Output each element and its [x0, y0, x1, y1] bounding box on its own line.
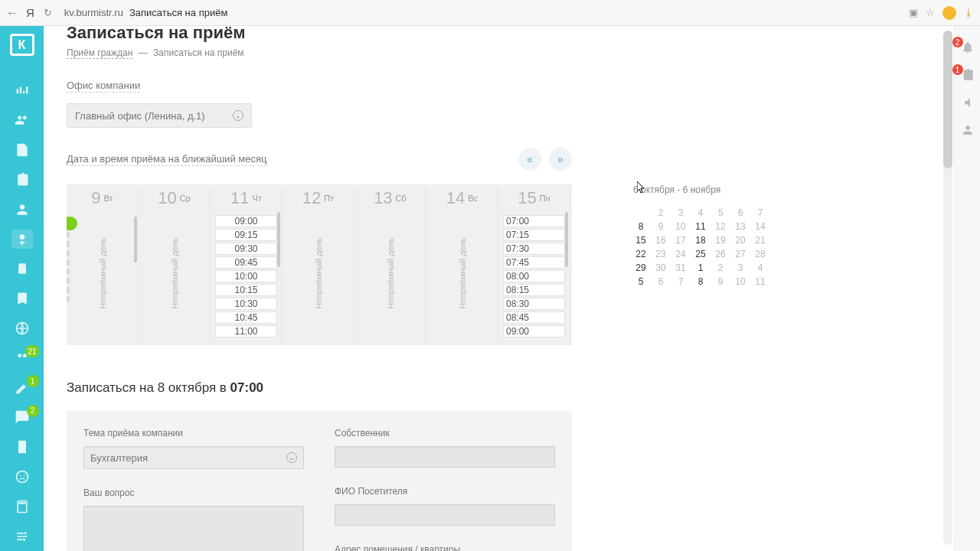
cal-day: 11: [753, 276, 768, 287]
audio-icon[interactable]: [960, 95, 975, 110]
topic-select[interactable]: Бухгалтерия ⌄: [83, 446, 304, 469]
star-icon[interactable]: ☆: [926, 7, 935, 18]
visitor-input[interactable]: [335, 504, 555, 526]
cal-day[interactable]: 15: [633, 235, 648, 246]
cal-day: 20: [733, 235, 748, 246]
day-column: 10СрНеприёмный день: [139, 184, 211, 345]
nav-globe[interactable]: [11, 319, 33, 338]
time-slot[interactable]: 10:45: [215, 311, 277, 324]
cal-range: 6 октября - 6 ноября: [633, 184, 786, 195]
time-slot[interactable]: 07:45: [503, 256, 565, 269]
svg-point-7: [22, 538, 24, 540]
ext-icon[interactable]: ▣: [909, 7, 918, 18]
cal-day[interactable]: 5: [633, 276, 648, 287]
nav-dashboard[interactable]: [11, 81, 33, 100]
download-icon[interactable]: ⭳: [964, 7, 974, 18]
time-slot[interactable]: 09:00: [503, 325, 565, 337]
svg-point-3: [23, 475, 24, 477]
time-slot[interactable]: 07:00: [503, 215, 565, 227]
nav-calc[interactable]: [11, 497, 33, 516]
svg-point-1: [16, 471, 28, 483]
cal-day[interactable]: 1: [693, 262, 708, 273]
nav-clipboard[interactable]: [11, 170, 33, 189]
nav-group-badge: 21: [25, 345, 38, 357]
time-slot[interactable]: 08:15: [503, 284, 565, 296]
nav-bookmark[interactable]: [11, 289, 33, 308]
time-slot[interactable]: 08:00: [503, 270, 565, 282]
time-slot[interactable]: 09:15: [215, 229, 277, 241]
question-textarea[interactable]: [83, 506, 304, 551]
addr-title: Записаться на приём: [129, 7, 227, 18]
time-slot[interactable]: 07:30: [503, 243, 565, 255]
nav-appointment[interactable]: [11, 230, 33, 249]
next-week-button[interactable]: »: [549, 148, 572, 171]
day-column: 13СбНеприёмный день: [354, 184, 426, 345]
mini-calendar: 6 октября - 6 ноября 2345678910111213141…: [633, 184, 786, 287]
cal-day: 7: [753, 207, 768, 218]
notifications-icon[interactable]: 2: [960, 40, 975, 55]
nav-edit[interactable]: 1: [11, 378, 33, 397]
nav-shop[interactable]: [11, 259, 33, 279]
cal-day[interactable]: 8: [633, 221, 648, 232]
nav-messages[interactable]: 2: [11, 408, 33, 427]
cal-day: 10: [673, 221, 688, 232]
cal-day[interactable]: 18: [693, 235, 708, 246]
cal-day[interactable]: 25: [693, 249, 708, 259]
prev-week-button[interactable]: «: [518, 148, 541, 171]
cal-day: 4: [693, 207, 708, 218]
time-slot[interactable]: 07:15: [503, 229, 565, 241]
page-title: Записаться на приём: [67, 26, 957, 43]
app-logo[interactable]: К: [10, 34, 34, 56]
feedback-face-icon[interactable]: [942, 6, 956, 20]
nav-settings[interactable]: [11, 527, 33, 546]
cal-day[interactable]: 22: [633, 249, 648, 259]
refresh-button[interactable]: ↻: [44, 7, 52, 18]
scrollbar[interactable]: [943, 31, 952, 545]
cal-day: 14: [753, 221, 768, 232]
scrollbar-thumb[interactable]: [943, 31, 952, 168]
non-reception-label: Неприёмный день: [170, 237, 179, 308]
cal-day: 19: [713, 235, 728, 246]
time-slot[interactable]: 10:30: [215, 298, 277, 310]
svg-point-6: [24, 532, 26, 534]
cal-day[interactable]: 29: [633, 262, 648, 273]
time-slot[interactable]: 09:00: [215, 215, 277, 227]
cal-day: 2: [713, 262, 728, 273]
cal-day: 27: [733, 249, 748, 259]
time-slot[interactable]: 10:00: [215, 270, 277, 282]
day-column: 15Пн07:0007:1507:3007:4508:0008:1508:300…: [498, 184, 570, 345]
office-select[interactable]: Главный офис (Ленина, д.1) ⌄: [67, 103, 252, 128]
time-slot[interactable]: 08:45: [503, 311, 565, 324]
crumb-parent[interactable]: Приём граждан: [67, 47, 132, 59]
time-slot[interactable]: 08:30: [503, 298, 565, 310]
user-icon[interactable]: [960, 122, 975, 138]
nav-contacts[interactable]: [11, 111, 33, 130]
time-slot[interactable]: 10:15: [215, 284, 277, 296]
back-button[interactable]: ←: [6, 6, 18, 20]
nav-people[interactable]: [11, 200, 33, 219]
cal-day: 26: [713, 249, 728, 259]
time-slot[interactable]: 09:30: [215, 243, 277, 255]
cal-day[interactable]: 11: [693, 221, 708, 232]
schedule-grid: 9ВтНеприёмный день10СрНеприёмный день11Ч…: [67, 184, 572, 345]
nav-building[interactable]: [11, 438, 33, 457]
right-toolbar: 2 1: [954, 26, 980, 551]
address-bar[interactable]: kv.burmistr.ru Записаться на приём: [60, 7, 901, 18]
cal-day[interactable]: 8: [693, 276, 708, 287]
tasks-icon[interactable]: 1: [960, 67, 975, 83]
day-column: 14ВсНеприёмный день: [426, 184, 498, 345]
cal-day: 9: [653, 221, 668, 232]
visitor-label: ФИО Посетителя: [335, 486, 555, 497]
nav-group[interactable]: 21: [11, 348, 33, 367]
day-column: 11Чт09:0009:1509:3009:4510:0010:1510:301…: [211, 184, 283, 345]
time-slot[interactable]: 11:00: [215, 325, 277, 337]
cal-day: 6: [733, 207, 748, 218]
sidebar: К 21 1 2: [0, 26, 44, 551]
nav-docs[interactable]: [11, 141, 33, 160]
nav-sad[interactable]: [11, 468, 33, 487]
time-slot[interactable]: 09:45: [215, 256, 277, 269]
owner-input[interactable]: [335, 446, 555, 468]
browser-right-tools: ▣ ☆ ⭳: [909, 6, 974, 20]
yandex-logo[interactable]: Я: [26, 6, 34, 19]
booking-title: Записаться на 8 октября в 07:00: [67, 380, 957, 396]
